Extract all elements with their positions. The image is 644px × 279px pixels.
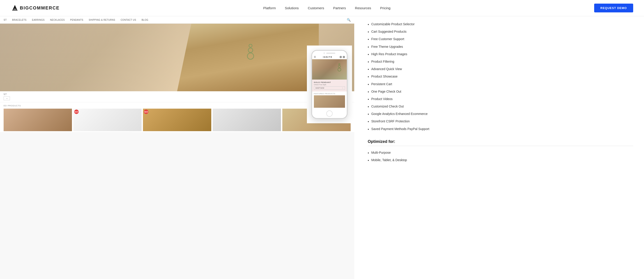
product-thumb-4 — [213, 109, 281, 131]
product-label-text: NT — [4, 93, 351, 96]
svg-point-2 — [249, 44, 252, 47]
mobile-header-icons — [340, 56, 345, 58]
feature-item-6: Advanced Quick View — [368, 66, 633, 73]
sale-badge-3: NEW — [144, 109, 148, 114]
product-label-area: NT → — [0, 91, 354, 102]
suggested-section: ED PRODUCTS NEW NEW — [0, 102, 354, 132]
feature-item-0: Customizable Product Selector — [368, 21, 633, 28]
product-thumb-1 — [4, 109, 72, 131]
logo[interactable]: BIGCOMMERCE — [11, 4, 60, 12]
mobile-hamburger-icon: ☰ — [314, 56, 316, 58]
product-grid: NEW NEW — [4, 109, 351, 131]
svg-point-6 — [338, 65, 340, 68]
svg-point-7 — [338, 68, 341, 71]
mobile-mockup-area: ☰ IGNITE — [307, 45, 352, 123]
mobile-featured-image — [314, 95, 345, 108]
store-nav-item-bracelets: BRACELETS — [12, 19, 26, 21]
mobile-product-desc: Unlock True Style — [314, 84, 345, 85]
mobile-dot — [324, 52, 325, 54]
mobile-frame: ☰ IGNITE — [312, 50, 348, 119]
product-hero-image — [0, 24, 354, 91]
product-thumb-2: NEW — [73, 109, 142, 131]
store-nav-item-contact: CONTACT US — [121, 19, 136, 21]
feature-item-11: Customized Check Out — [368, 103, 633, 110]
feature-item-8: Persistent Cart — [368, 81, 633, 88]
feature-item-9: One Page Check Out — [368, 88, 633, 96]
nav-link-platform[interactable]: Platform — [263, 6, 276, 10]
feature-item-1: Cart Suggested Products — [368, 28, 633, 36]
earring-decoration — [246, 44, 255, 62]
feature-item-5: Product Filtering — [368, 58, 633, 66]
features-list: Customizable Product Selector Cart Sugge… — [368, 21, 633, 133]
store-nav-item-st: ST — [4, 19, 7, 21]
mobile-home-button[interactable] — [326, 110, 332, 117]
feature-item-7: Product Showcase — [368, 73, 633, 80]
mobile-shop-arrow: → — [342, 87, 344, 89]
mobile-product-info: GOLD PENDANT Unlock True Style SHOP NOW … — [312, 79, 347, 91]
suggested-label: ED PRODUCTS — [4, 105, 351, 107]
logo-text: BIGCOMMERCE — [20, 5, 60, 10]
store-nav-item-blog: BLOG — [142, 19, 148, 21]
feature-item-4: High Res Product Images — [368, 51, 633, 58]
mobile-product-image — [312, 59, 347, 79]
mobile-store-header: ☰ IGNITE — [312, 55, 347, 59]
store-nav-item-shipping: SHIPPING & RETURNS — [89, 19, 115, 21]
store-nav-item-necklaces: NECKLACES — [50, 19, 65, 21]
nav-link-partners[interactable]: Partners — [333, 6, 346, 10]
store-demo: ST BRACELETS EARRINGS NECKLACES PENDANTS… — [0, 16, 354, 132]
optimized-list: Multi-Purpose Mobile, Tablet, & Desktop — [368, 149, 633, 164]
right-panel: Customizable Product Selector Cart Sugge… — [354, 16, 644, 279]
feature-item-10: Product Videos — [368, 96, 633, 103]
store-nav: ST BRACELETS EARRINGS NECKLACES PENDANTS… — [0, 16, 354, 24]
optimized-item-0: Multi-Purpose — [368, 149, 633, 157]
nav-link-resources[interactable]: Resources — [355, 6, 371, 10]
svg-point-5 — [339, 63, 340, 65]
mobile-earring-icon — [337, 63, 342, 72]
mobile-home-indicator — [312, 109, 347, 118]
store-nav-item-pendants: PENDANTS — [70, 19, 83, 21]
store-nav-item-earrings: EARRINGS — [32, 19, 45, 21]
mobile-user-icon — [340, 56, 342, 58]
search-icon: 🔍 — [347, 18, 351, 22]
mobile-store-name: IGNITE — [323, 56, 332, 58]
mobile-shop-label: SHOP NOW — [316, 87, 324, 89]
mobile-speaker-bar — [326, 53, 335, 54]
mobile-product-name: GOLD PENDANT — [314, 81, 345, 83]
mobile-cart-icon — [343, 56, 345, 58]
add-to-cart-btn[interactable]: → — [4, 96, 10, 100]
svg-point-4 — [247, 53, 254, 59]
feature-item-2: Free Customer Support — [368, 36, 633, 43]
product-thumb-3: NEW — [143, 109, 211, 131]
request-demo-button[interactable]: REQUEST DEMO — [594, 3, 633, 12]
feature-item-13: Storefront CSRF Protection — [368, 118, 633, 125]
cart-icon: → — [6, 97, 8, 100]
optimized-heading: Optimized for: — [368, 139, 633, 144]
nav-link-solutions[interactable]: Solutions — [285, 6, 299, 10]
nav-link-pricing[interactable]: Pricing — [380, 6, 390, 10]
optimized-divider — [368, 146, 633, 146]
content-area: ST BRACELETS EARRINGS NECKLACES PENDANTS… — [0, 16, 644, 279]
svg-point-3 — [248, 48, 253, 52]
mobile-shop-btn[interactable]: SHOP NOW → — [314, 86, 345, 90]
feature-item-3: Free Theme Upgrades — [368, 43, 633, 51]
feature-item-14: Saved Payment Methods PayPal Support — [368, 126, 633, 133]
mobile-speaker — [312, 51, 347, 55]
mobile-featured-label: FEATURED PRODUCTS — [314, 93, 345, 94]
nav-links: Platform Solutions Customers Partners Re… — [263, 6, 390, 10]
logo-icon — [11, 4, 19, 12]
mobile-featured-section: FEATURED PRODUCTS — [312, 91, 347, 109]
sale-badge-2: NEW — [74, 109, 79, 114]
feature-item-12: Google Analytics Enhanced Ecommerce — [368, 110, 633, 118]
optimized-item-1: Mobile, Tablet, & Desktop — [368, 157, 633, 164]
nav-link-customers[interactable]: Customers — [308, 6, 324, 10]
navbar: BIGCOMMERCE Platform Solutions Customers… — [0, 0, 644, 16]
left-panel: ST BRACELETS EARRINGS NECKLACES PENDANTS… — [0, 16, 354, 279]
